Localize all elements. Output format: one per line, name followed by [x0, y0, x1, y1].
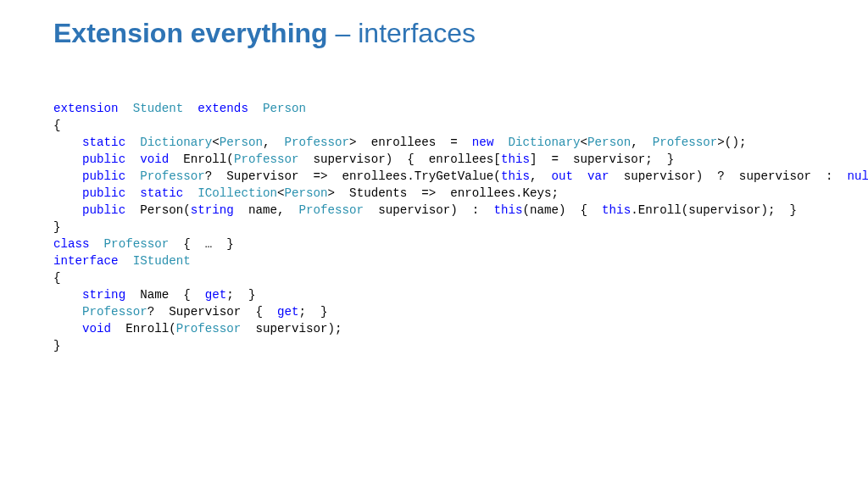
code-line: static Dictionary<Person, Professor> enr…	[53, 134, 851, 151]
code-line: interface IStudent	[53, 252, 851, 269]
token-text: {	[53, 271, 61, 285]
token-text: Person(	[125, 203, 191, 217]
code-line: public Person(string name, Professor sup…	[53, 202, 851, 219]
token-text	[125, 186, 140, 200]
token-kw: this	[493, 203, 522, 217]
token-kw: interface	[53, 254, 119, 268]
code-line: Professor? Supervisor { get; }	[53, 303, 851, 320]
code-line: {	[53, 117, 851, 134]
token-kw: this	[501, 152, 530, 166]
token-text: <	[581, 136, 588, 149]
code-line: }	[53, 219, 851, 236]
token-text	[573, 169, 587, 183]
title-sep: –	[328, 18, 359, 48]
token-text: {	[53, 119, 61, 132]
token-type: Professor	[176, 322, 242, 336]
token-kw: extends	[198, 102, 248, 115]
token-type: Professor	[234, 152, 299, 166]
title-light: interfaces	[358, 18, 476, 48]
token-text: <	[212, 136, 220, 149]
token-kw: get	[205, 288, 227, 302]
token-kw: public	[82, 152, 125, 166]
token-text: { … }	[169, 237, 234, 251]
token-type: Person	[587, 136, 631, 149]
token-text: .Enroll(supervisor); }	[631, 203, 797, 217]
token-text: > enrollees =	[349, 136, 472, 149]
token-text	[90, 237, 104, 251]
token-type: Professor	[140, 169, 205, 183]
token-kw: out	[552, 169, 574, 183]
token-text: supervisor) :	[364, 203, 493, 217]
slide-title: Extension everything – interfaces	[53, 19, 476, 48]
token-text	[53, 203, 82, 217]
token-type: ICollection	[198, 186, 277, 200]
code-block: extension Student extends Person{ static…	[53, 100, 851, 354]
code-line: void Enroll(Professor supervisor);	[53, 320, 851, 337]
token-text	[125, 169, 140, 183]
code-line: }	[53, 337, 851, 354]
title-bold: Extension everything	[53, 18, 328, 48]
token-kw: public	[82, 186, 125, 200]
token-text	[183, 186, 198, 200]
token-text: supervisor);	[241, 322, 342, 336]
token-text	[53, 305, 82, 319]
token-kw: string	[82, 288, 125, 302]
token-text: > Students => enrollees.Keys;	[328, 186, 559, 200]
token-type: Person	[263, 102, 306, 115]
token-text: Enroll(	[169, 152, 234, 166]
token-text: ? Supervisor {	[147, 305, 277, 319]
token-text: supervisor) { enrollees[	[299, 152, 501, 166]
token-kw: static	[82, 136, 125, 149]
token-text: Name {	[125, 288, 205, 302]
token-kw: static	[140, 186, 183, 200]
token-kw: get	[277, 305, 299, 319]
token-type: Person	[284, 186, 327, 200]
token-text	[53, 169, 82, 183]
token-type: Professor	[653, 136, 718, 149]
token-text	[53, 288, 82, 302]
token-type: Dictionary	[140, 136, 212, 149]
token-text	[119, 102, 133, 115]
code-line: string Name { get; }	[53, 286, 851, 303]
token-text	[53, 186, 82, 200]
token-type: Person	[220, 136, 263, 149]
token-type: Professor	[284, 136, 349, 149]
code-line: public static ICollection<Person> Studen…	[53, 185, 851, 202]
token-text	[53, 152, 82, 166]
token-text	[125, 136, 140, 149]
token-text	[53, 136, 82, 149]
token-text: ; }	[226, 288, 255, 302]
token-text: ] = supervisor; }	[530, 152, 674, 166]
token-text: ,	[530, 169, 552, 183]
token-kw: string	[191, 203, 234, 217]
token-text	[248, 102, 263, 115]
token-kw: new	[472, 136, 494, 149]
token-text: ? Supervisor => enrollees.TryGetValue(	[205, 169, 501, 183]
token-text: name,	[234, 203, 299, 217]
token-kw: this	[501, 169, 530, 183]
token-type: Professor	[299, 203, 364, 217]
token-text: ; }	[298, 305, 327, 319]
token-kw: extension	[53, 102, 119, 115]
code-line: {	[53, 269, 851, 286]
token-kw: var	[587, 169, 609, 183]
token-kw: public	[82, 169, 125, 183]
token-text: (name) {	[522, 203, 602, 217]
token-text: ,	[263, 136, 285, 149]
code-line: class Professor { … }	[53, 236, 851, 252]
code-line: extension Student extends Person	[53, 100, 851, 117]
token-kw: null	[848, 169, 868, 183]
token-kw: void	[82, 322, 111, 336]
token-text: Enroll(	[111, 322, 176, 336]
token-text: supervisor) ? supervisor :	[609, 169, 848, 183]
token-text: }	[53, 339, 61, 352]
token-text: ,	[631, 136, 653, 149]
token-kw: void	[140, 152, 169, 166]
token-text	[53, 322, 82, 336]
token-type: IStudent	[133, 254, 191, 268]
token-text	[183, 102, 198, 115]
token-kw: this	[602, 203, 631, 217]
token-kw: class	[53, 237, 90, 251]
token-type: Student	[133, 102, 184, 115]
code-line: public Professor? Supervisor => enrollee…	[53, 168, 851, 185]
